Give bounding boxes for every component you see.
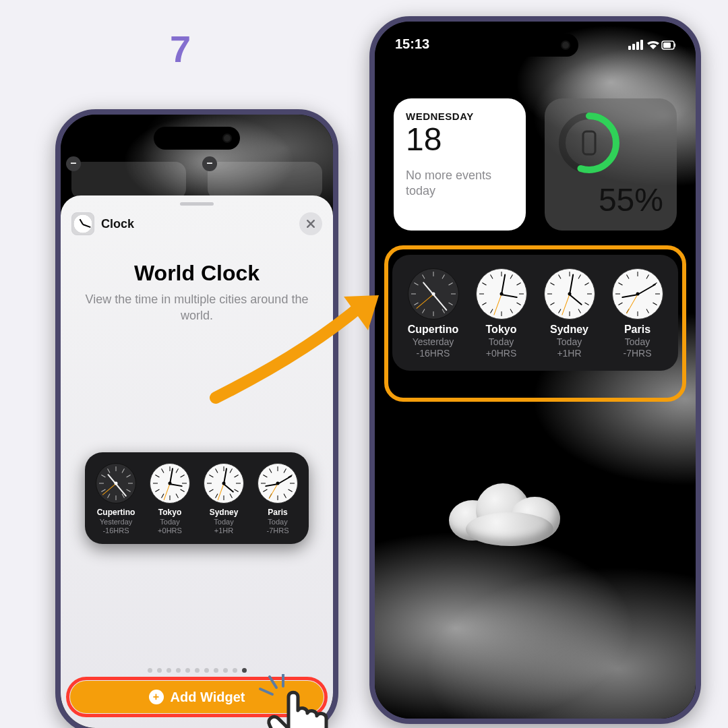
world-clock-city: ParisToday-7HRS bbox=[612, 268, 663, 359]
city-day: Today bbox=[489, 336, 514, 347]
city-offset: +1HR bbox=[557, 348, 581, 359]
widget-title: World Clock bbox=[61, 261, 333, 286]
widget-app-label: Clock bbox=[101, 217, 134, 231]
add-widget-label: Add Widget bbox=[171, 690, 245, 705]
dynamic-island bbox=[492, 34, 578, 57]
city-name: Cupertino bbox=[408, 324, 459, 336]
city-offset: -7HRS bbox=[266, 526, 289, 535]
svg-rect-13 bbox=[583, 131, 595, 154]
city-offset: +0HRS bbox=[158, 526, 182, 535]
calendar-note: No more events today bbox=[406, 168, 500, 198]
city-day: Today bbox=[625, 336, 650, 347]
battery-ring bbox=[557, 111, 621, 175]
calendar-widget[interactable]: WEDNESDAY 18 No more events today bbox=[394, 98, 526, 231]
world-clock-city: CupertinoYesterday-16HRS bbox=[96, 463, 136, 535]
city-offset: +1HR bbox=[214, 526, 233, 535]
city-day: Today bbox=[214, 518, 233, 526]
right-phone-frame: 15:13 WEDNESDAY 18 bbox=[369, 16, 701, 724]
add-widget-button[interactable]: + Add Widget bbox=[70, 681, 324, 713]
widget-description: View the time in multiple cities around … bbox=[81, 291, 313, 324]
status-icons bbox=[628, 36, 675, 52]
city-name: Tokyo bbox=[158, 508, 181, 517]
calendar-day-of-week: WEDNESDAY bbox=[406, 111, 514, 122]
close-button[interactable] bbox=[299, 212, 322, 235]
world-clock-city: ParisToday-7HRS bbox=[257, 463, 298, 535]
svg-rect-5 bbox=[632, 44, 635, 50]
dynamic-island bbox=[154, 127, 240, 150]
plus-circle-icon: + bbox=[149, 690, 164, 704]
svg-rect-10 bbox=[675, 43, 676, 47]
city-offset: +0HRS bbox=[486, 348, 517, 359]
cloud-graphic bbox=[449, 480, 564, 547]
city-day: Today bbox=[557, 336, 582, 347]
calendar-widget-blurred: – bbox=[71, 162, 186, 200]
city-day: Yesterday bbox=[413, 336, 454, 347]
city-name: Cupertino bbox=[97, 508, 135, 517]
city-day: Today bbox=[268, 518, 287, 526]
city-name: Paris bbox=[268, 508, 287, 517]
step-number: 7 bbox=[170, 27, 191, 71]
battery-percent: 55% bbox=[599, 181, 663, 218]
city-name: Sydney bbox=[210, 508, 239, 517]
svg-rect-7 bbox=[640, 40, 643, 50]
city-offset: -7HRS bbox=[623, 348, 651, 359]
svg-rect-9 bbox=[663, 42, 671, 48]
phone-icon bbox=[582, 130, 597, 156]
city-name: Paris bbox=[624, 324, 650, 336]
remove-widget-badge-icon[interactable]: – bbox=[202, 156, 217, 171]
status-time: 15:13 bbox=[395, 36, 429, 52]
svg-rect-6 bbox=[636, 42, 639, 50]
battery-widget-blurred: – bbox=[208, 162, 322, 200]
world-clock-widget[interactable]: CupertinoYesterday-16HRSTokyoToday+0HRSS… bbox=[392, 255, 678, 371]
world-clock-city: SydneyToday+1HR bbox=[204, 463, 244, 535]
world-clock-city: TokyoToday+0HRS bbox=[476, 268, 527, 359]
world-clock-city: CupertinoYesterday-16HRS bbox=[408, 268, 459, 359]
clock-app-icon bbox=[71, 212, 94, 235]
world-clock-city: TokyoToday+0HRS bbox=[150, 463, 190, 535]
city-name: Tokyo bbox=[486, 324, 517, 336]
city-day: Yesterday bbox=[100, 518, 133, 526]
city-day: Today bbox=[160, 518, 179, 526]
world-clock-city: SydneyToday+1HR bbox=[544, 268, 595, 359]
page-indicator[interactable] bbox=[61, 668, 333, 673]
remove-widget-badge-icon[interactable]: – bbox=[66, 156, 81, 171]
calendar-date: 18 bbox=[406, 123, 514, 156]
left-phone-frame: – – Clock World Clock View the time in m… bbox=[55, 109, 338, 728]
close-icon bbox=[305, 218, 316, 229]
world-clock-widget-preview[interactable]: CupertinoYesterday-16HRSTokyoToday+0HRSS… bbox=[85, 452, 309, 544]
city-offset: -16HRS bbox=[102, 526, 129, 535]
sheet-grabber[interactable] bbox=[180, 202, 214, 206]
battery-widget[interactable]: 55% bbox=[545, 98, 677, 231]
city-name: Sydney bbox=[550, 324, 588, 336]
svg-rect-4 bbox=[628, 46, 631, 50]
city-offset: -16HRS bbox=[417, 348, 450, 359]
widget-picker-sheet: Clock World Clock View the time in multi… bbox=[61, 195, 333, 728]
